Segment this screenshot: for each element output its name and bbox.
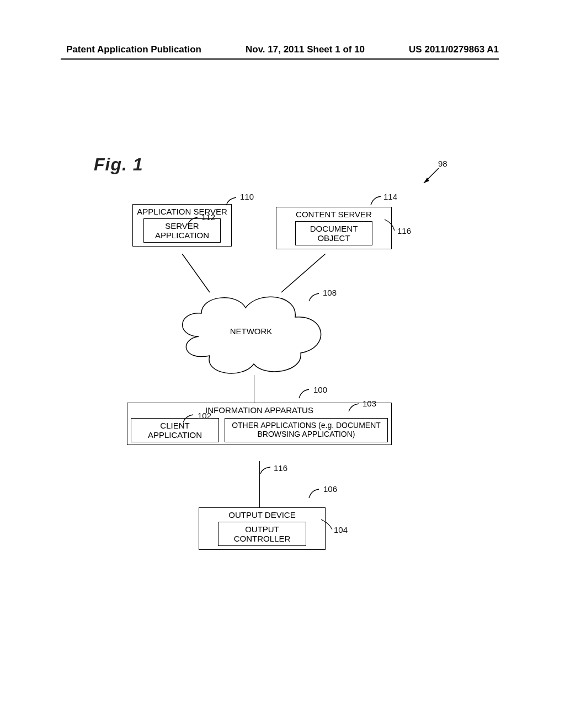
leader-102 (182, 414, 199, 427)
header-center: Nov. 17, 2011 Sheet 1 of 10 (246, 44, 365, 55)
header-rule (61, 58, 499, 60)
box-client-application: CLIENT APPLICATION (131, 418, 219, 442)
header-left: Patent Application Publication (66, 44, 201, 55)
ref-116a: 116 (397, 226, 411, 235)
leader-106 (308, 488, 324, 502)
box-output-device: OUTPUT DEVICE OUTPUT CONTROLLER (199, 507, 326, 550)
box-other-applications: OTHER APPLICATIONS (e.g. DOCUMENT BROWSI… (225, 418, 388, 442)
box-output-controller: OUTPUT CONTROLLER (218, 522, 306, 546)
ref-110: 110 (240, 192, 254, 201)
figure-diagram: APPLICATION SERVER SERVER APPLICATION 11… (77, 199, 463, 596)
page-header: Patent Application Publication Nov. 17, … (0, 44, 565, 55)
leader-103 (348, 403, 364, 416)
ref-102: 102 (198, 411, 211, 420)
header-right: US 2011/0279863 A1 (409, 44, 499, 55)
ref-106: 106 (323, 484, 337, 494)
ref-108: 108 (323, 288, 337, 297)
leader-110 (225, 196, 242, 210)
leader-108 (308, 292, 324, 306)
cloud-network: NETWORK (171, 287, 331, 381)
content-server-title: CONTENT SERVER (280, 210, 388, 219)
link-network-info (254, 375, 254, 403)
leader-112 (186, 216, 203, 229)
figure-label: Fig. 1 (94, 154, 143, 175)
box-document-object: DOCUMENT OBJECT (295, 221, 372, 245)
arrow-98 (419, 165, 441, 188)
ref-100: 100 (313, 385, 327, 394)
box-content-server: CONTENT SERVER DOCUMENT OBJECT (276, 207, 392, 249)
ref-114: 114 (383, 192, 397, 201)
ref-116b: 116 (274, 463, 287, 473)
leader-116b (259, 466, 275, 478)
ref-104: 104 (334, 525, 348, 534)
ref-112: 112 (201, 212, 215, 222)
network-label: NETWORK (171, 326, 331, 336)
ref-103: 103 (363, 399, 376, 408)
leader-100 (298, 388, 315, 403)
output-device-title: OUTPUT DEVICE (202, 510, 322, 520)
box-server-application: SERVER APPLICATION (143, 218, 221, 243)
box-application-server: APPLICATION SERVER SERVER APPLICATION (132, 204, 232, 247)
